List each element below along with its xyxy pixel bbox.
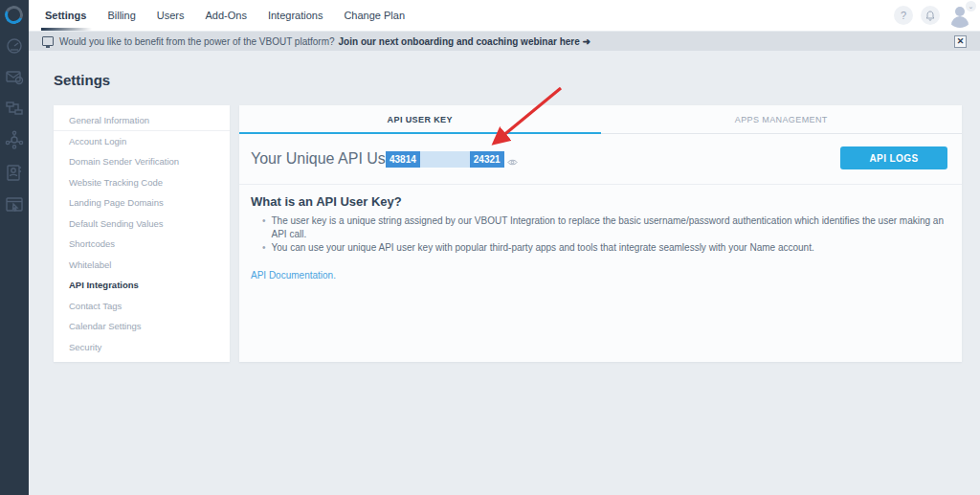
menu-item-website-tracking-code[interactable]: Website Tracking Code	[54, 172, 230, 193]
eye-icon[interactable]	[507, 154, 518, 165]
settings-menu: General Information Account Login Domain…	[54, 105, 230, 362]
left-icon-rail	[0, 0, 29, 495]
contacts-card-icon[interactable]	[5, 163, 24, 182]
email-campaigns-icon[interactable]	[5, 67, 24, 86]
monitor-icon	[42, 36, 54, 46]
menu-item-general-information[interactable]: General Information	[54, 110, 230, 131]
bullet-dot: •	[262, 214, 266, 241]
banner-close-icon[interactable]: ✕	[954, 35, 967, 48]
info-bullet: • You can use your unique API user key w…	[251, 241, 950, 255]
chevron-down-icon[interactable]: ⌄	[966, 1, 976, 11]
menu-item-shortcodes[interactable]: Shortcodes	[54, 234, 230, 255]
api-documentation-link[interactable]: API Documentation.	[251, 270, 336, 281]
info-heading: What is an API User Key?	[251, 194, 950, 209]
tab-apps-management[interactable]: APPS MANAGEMENT	[601, 105, 963, 134]
bullet-text: The user key is a unique string assigned…	[272, 214, 950, 241]
api-key-row: Your Unique API User Key: 43814 24321 AP…	[239, 134, 962, 185]
nav-item-users[interactable]: Users	[157, 0, 185, 31]
page-title: Settings	[54, 72, 110, 88]
menu-item-default-sending-values[interactable]: Default Sending Values	[54, 214, 230, 235]
bell-icon[interactable]	[921, 6, 940, 25]
top-right-controls: ? ⌄	[894, 0, 972, 31]
menu-item-security[interactable]: Security	[54, 337, 230, 358]
webinar-banner: Would you like to benefit from the power…	[29, 32, 980, 51]
nav-item-change-plan[interactable]: Change Plan	[344, 0, 405, 31]
api-key-start: 43814	[386, 151, 420, 168]
menu-item-domain-sender-verification[interactable]: Domain Sender Verification	[54, 151, 230, 172]
nav-item-integrations[interactable]: Integrations	[268, 0, 323, 31]
menu-item-whitelabel[interactable]: Whitelabel	[54, 255, 230, 276]
bullet-text: You can use your unique API user key wit…	[272, 241, 814, 255]
top-bar: Settings Billing Users Add-Ons Integrati…	[29, 0, 980, 31]
social-network-icon[interactable]	[5, 130, 24, 149]
nav-item-settings[interactable]: Settings	[45, 0, 86, 31]
api-key-end: 24321	[470, 151, 504, 168]
api-key-value[interactable]: 43814 24321	[386, 151, 518, 168]
banner-webinar-link[interactable]: Join our next onboarding and coaching we…	[339, 36, 590, 47]
banner-text: Would you like to benefit from the power…	[59, 36, 335, 47]
top-nav: Settings Billing Users Add-Ons Integrati…	[45, 0, 405, 31]
info-bullet: • The user key is a unique string assign…	[251, 214, 950, 241]
menu-item-account-login[interactable]: Account Login	[54, 131, 230, 152]
bullet-dot: •	[262, 241, 266, 255]
menu-item-calendar-settings[interactable]: Calendar Settings	[54, 316, 230, 337]
app-screen: Settings Billing Users Add-Ons Integrati…	[0, 0, 980, 495]
dashboard-gauge-icon[interactable]	[5, 36, 24, 56]
menu-item-contact-tags[interactable]: Contact Tags	[54, 296, 230, 317]
tab-api-user-key[interactable]: API USER KEY	[239, 105, 601, 134]
vbout-logo-icon[interactable]	[2, 3, 25, 26]
nav-item-billing[interactable]: Billing	[107, 0, 135, 31]
landing-pages-icon[interactable]	[5, 195, 24, 214]
user-avatar[interactable]: ⌄	[947, 3, 972, 28]
help-icon[interactable]: ?	[894, 6, 913, 25]
nav-item-add-ons[interactable]: Add-Ons	[206, 0, 247, 31]
menu-item-landing-page-domains[interactable]: Landing Page Domains	[54, 192, 230, 214]
api-logs-button[interactable]: API LOGS	[840, 146, 947, 169]
api-key-blurred-middle	[420, 151, 470, 168]
automation-flow-icon[interactable]	[5, 99, 24, 118]
api-integrations-panel: API USER KEY APPS MANAGEMENT Your Unique…	[239, 105, 962, 362]
panel-tabs: API USER KEY APPS MANAGEMENT	[239, 105, 962, 134]
api-key-info: What is an API User Key? • The user key …	[239, 185, 962, 255]
menu-item-api-integrations[interactable]: API Integrations	[54, 275, 230, 296]
